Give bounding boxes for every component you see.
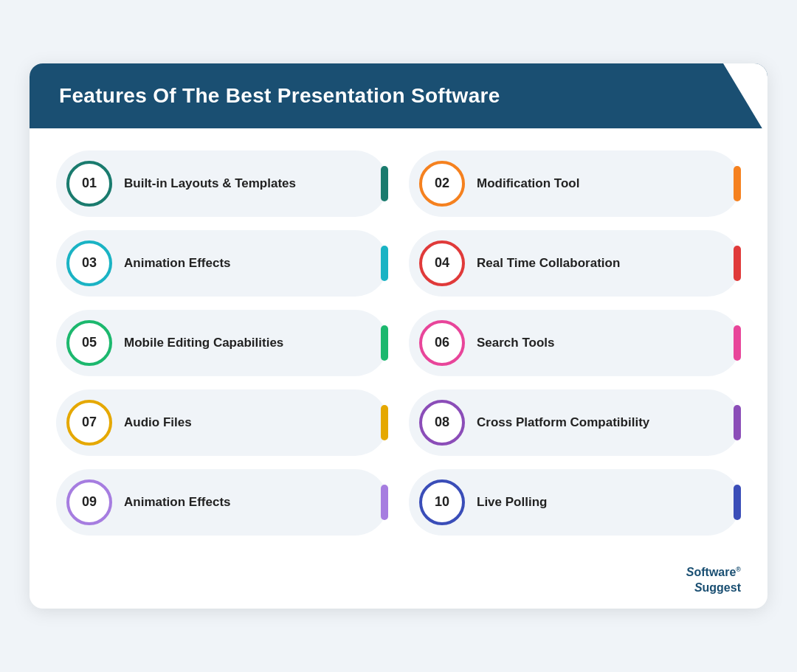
feature-number-07: 07 [66, 400, 112, 446]
feature-label-05: Mobile Editing Capabilities [124, 335, 388, 351]
feature-number-04: 04 [419, 240, 465, 286]
feature-item-06: 06Search Tools [409, 310, 741, 376]
feature-label-01: Built-in Layouts & Templates [124, 176, 388, 192]
feature-label-08: Cross Platform Compatibility [477, 415, 741, 431]
feature-item-04: 04Real Time Collaboration [409, 230, 741, 297]
feature-number-06: 06 [419, 320, 465, 366]
feature-number-03: 03 [66, 240, 112, 286]
feature-number-09: 09 [66, 479, 112, 525]
accent-bar-03 [381, 246, 388, 281]
footer: Software® Suggest [30, 558, 767, 609]
accent-bar-09 [381, 485, 388, 520]
feature-label-10: Live Polling [477, 494, 741, 510]
feature-item-01: 01Built-in Layouts & Templates [56, 150, 388, 217]
accent-bar-05 [381, 325, 388, 361]
accent-bar-01 [381, 166, 388, 201]
accent-bar-07 [381, 405, 388, 440]
feature-item-03: 03Animation Effects [56, 230, 388, 297]
feature-item-07: 07Audio Files [56, 389, 388, 456]
accent-bar-02 [734, 166, 741, 201]
feature-grid: 01Built-in Layouts & Templates02Modifica… [56, 150, 741, 536]
accent-bar-04 [734, 246, 741, 281]
body: 01Built-in Layouts & Templates02Modifica… [30, 128, 767, 558]
feature-number-08: 08 [419, 400, 465, 446]
feature-label-06: Search Tools [477, 335, 741, 351]
feature-number-10: 10 [419, 479, 465, 525]
feature-number-05: 05 [66, 320, 112, 366]
feature-number-01: 01 [66, 161, 112, 207]
feature-item-08: 08Cross Platform Compatibility [409, 389, 741, 456]
feature-item-10: 10Live Polling [409, 469, 741, 536]
accent-bar-06 [734, 325, 741, 361]
feature-label-09: Animation Effects [124, 494, 388, 510]
header: Features Of The Best Presentation Softwa… [30, 63, 767, 128]
feature-item-09: 09Animation Effects [56, 469, 388, 536]
feature-item-05: 05Mobile Editing Capabilities [56, 310, 388, 376]
page-title: Features Of The Best Presentation Softwa… [59, 84, 500, 108]
feature-label-04: Real Time Collaboration [477, 255, 741, 271]
brand-logo: Software® Suggest [686, 565, 741, 596]
main-card: Features Of The Best Presentation Softwa… [30, 63, 767, 609]
accent-bar-10 [734, 485, 741, 520]
feature-item-02: 02Modification Tool [409, 150, 741, 217]
feature-number-02: 02 [419, 161, 465, 207]
feature-label-02: Modification Tool [477, 176, 741, 192]
feature-label-03: Animation Effects [124, 255, 388, 271]
feature-label-07: Audio Files [124, 415, 388, 431]
accent-bar-08 [734, 405, 741, 440]
